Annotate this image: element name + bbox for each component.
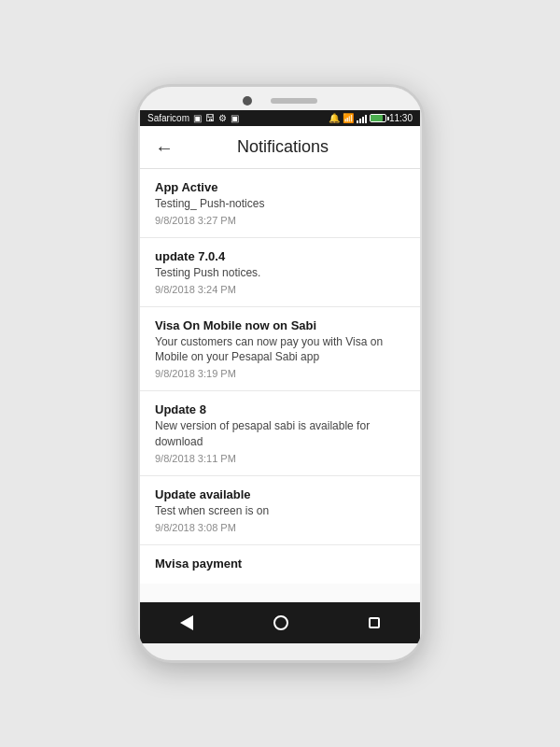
sim-icon: ▣: [193, 113, 202, 123]
notifications-list: App Active Testing_ Push-notices 9/8/201…: [140, 169, 420, 602]
notification-item[interactable]: Visa On Mobile now on Sabi Your customer…: [140, 307, 420, 392]
page-title: Notifications: [189, 137, 377, 157]
alarm-icon: 🔔: [329, 113, 340, 123]
notification-item[interactable]: App Active Testing_ Push-notices 9/8/201…: [140, 169, 420, 238]
status-bar: Safaricom ▣ 🖫 ⚙ ▣ 🔔 📶 11:30: [140, 110, 420, 126]
camera-dot: [243, 96, 252, 106]
navigation-bar: [140, 602, 420, 643]
nav-home-icon: [273, 615, 288, 630]
notif-body: Test when screen is on: [155, 503, 405, 519]
notif-time: 9/8/2018 3:27 PM: [155, 215, 405, 226]
phone-top-hardware: [138, 87, 422, 110]
status-right: 🔔 📶 11:30: [329, 113, 413, 123]
notif-title: update 7.0.4: [155, 249, 405, 263]
notif-time: 9/8/2018 3:08 PM: [155, 522, 405, 533]
speaker-grill: [271, 98, 317, 104]
notif-body: Testing_ Push-notices: [155, 196, 405, 212]
carrier-name: Safaricom: [147, 113, 189, 123]
nav-home-button[interactable]: [255, 612, 307, 634]
battery-indicator: [370, 114, 386, 122]
nav-back-icon: [180, 615, 193, 630]
notif-time: 9/8/2018 3:19 PM: [155, 368, 405, 379]
status-left: Safaricom ▣ 🖫 ⚙ ▣: [147, 113, 239, 123]
notif-title: Mvisa payment: [155, 557, 405, 571]
notif-title: App Active: [155, 180, 405, 194]
image-icon: ▣: [231, 113, 239, 123]
signal-bars: [357, 114, 367, 123]
notif-title: Update 8: [155, 402, 405, 416]
nav-back-button[interactable]: [161, 612, 212, 634]
phone-device: Safaricom ▣ 🖫 ⚙ ▣ 🔔 📶 11:30: [135, 84, 425, 663]
phone-screen: Safaricom ▣ 🖫 ⚙ ▣ 🔔 📶 11:30: [140, 110, 420, 643]
notif-time: 9/8/2018 3:11 PM: [155, 453, 405, 464]
phone-bottom-hardware: [138, 643, 422, 660]
notif-body: New version of pesapal sabi is available…: [155, 418, 405, 450]
nav-recent-button[interactable]: [350, 613, 399, 632]
notif-body: Testing Push notices.: [155, 265, 405, 281]
settings-icon: ⚙: [218, 113, 227, 123]
notification-item[interactable]: Update available Test when screen is on …: [140, 476, 420, 545]
app-header: ← Notifications: [140, 126, 420, 169]
time-display: 11:30: [389, 113, 413, 123]
back-button[interactable]: ←: [155, 138, 174, 157]
notif-title: Update available: [155, 487, 405, 501]
notification-item[interactable]: Update 8 New version of pesapal sabi is …: [140, 391, 420, 476]
data-icon: 🖫: [205, 113, 215, 123]
notif-time: 9/8/2018 3:24 PM: [155, 284, 405, 295]
notification-item[interactable]: update 7.0.4 Testing Push notices. 9/8/2…: [140, 238, 420, 307]
notif-body: Your customers can now pay you with Visa…: [155, 334, 405, 366]
nav-recent-icon: [369, 617, 380, 628]
notif-title: Visa On Mobile now on Sabi: [155, 318, 405, 332]
notification-item[interactable]: Mvisa payment: [140, 545, 420, 584]
wifi-icon: 📶: [343, 113, 354, 123]
